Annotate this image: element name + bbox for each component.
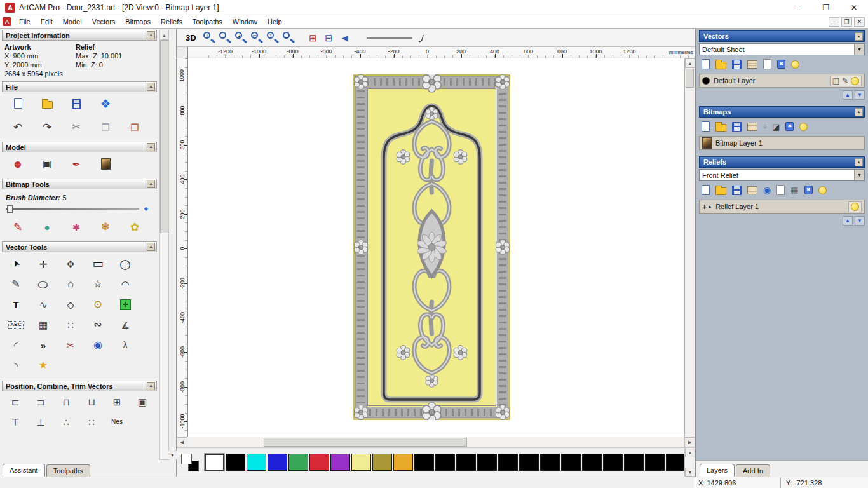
palette-swatch[interactable] [624,454,644,471]
merge-relief-layers-icon[interactable] [747,186,757,194]
scrollbar-thumb[interactable] [160,40,168,233]
palette-swatch[interactable] [205,454,224,471]
menu-item[interactable]: File [14,17,36,27]
palette-swatch[interactable] [268,454,287,471]
shaded-view-icon[interactable]: ▣ [36,156,58,172]
new-sheet-icon[interactable] [763,59,771,69]
palette-swatch[interactable] [288,454,308,471]
maximize-button[interactable]: ❐ [812,0,840,15]
align-left-icon[interactable]: ⊏ [4,395,26,409]
zoom-window-icon[interactable]: ▭ [250,31,264,45]
new-relief-icon[interactable] [776,185,785,195]
palette-swatch[interactable] [351,454,371,471]
collapse-button[interactable]: ▲ [147,243,155,251]
minimize-button[interactable]: — [784,0,812,15]
zoom-out-icon[interactable]: − [218,31,232,45]
vector-layer-row[interactable]: Default Layer ◫✎ [699,74,865,88]
grid-tool-icon[interactable]: ▦ [32,317,55,332]
paste-vectors-icon[interactable]: ✚ [114,297,137,312]
edit-layer-icon[interactable]: ✎ [842,77,848,85]
zoom-previous-icon[interactable]: ◂ [234,31,248,45]
scroll-up-button[interactable]: ▲ [160,31,168,40]
zoom-1to1-icon[interactable]: 1 [266,31,280,45]
collapse-button[interactable]: ▲ [855,158,863,166]
fg-bg-colour-chip[interactable] [180,453,200,472]
delete-bitmap-layer-icon[interactable]: ✖ [785,122,794,131]
transform-vectors-icon[interactable]: ✥ [59,256,82,271]
canvas-vertical-scrollbar[interactable]: ▲ ▼ [684,58,695,437]
tab-toolpaths[interactable]: Toolpaths [46,464,90,477]
greyscale-view-icon[interactable]: ☻ [7,156,29,172]
view-back-icon[interactable]: ◀ [338,31,352,45]
scrollbar-thumb[interactable] [264,438,467,447]
clear-bitmap-icon[interactable]: ▫ [763,122,766,131]
palette-swatch[interactable] [645,454,665,471]
layer-visibility-icon[interactable] [851,77,859,85]
expand-layer-icon[interactable]: ▸ [709,204,712,210]
scroll-right-button[interactable]: ▶ [684,437,695,447]
open-relief-layer-icon[interactable] [715,187,726,195]
scrollbar-thumb[interactable] [686,69,694,88]
paste-array-icon[interactable]: ⊤ [4,415,26,427]
nesting-icon[interactable]: Nes [106,415,128,427]
colour-palette-icon[interactable]: ❃ [95,219,116,235]
palette-swatch[interactable] [666,454,686,471]
create-polygon-icon[interactable]: ⌂ [59,276,82,292]
menu-item[interactable]: Window [227,17,262,27]
menu-item[interactable]: Edit [36,17,58,27]
foreground-colour-chip[interactable] [181,454,192,464]
move-layer-up-button[interactable]: ▲ [843,216,853,226]
palette-swatch[interactable] [603,454,623,471]
palette-swatch[interactable] [393,454,413,471]
previous-bitmap-layer-icon[interactable]: ⊞ [306,31,320,45]
export-model-icon[interactable]: ❖ [95,95,116,112]
merge-bitmap-layers-icon[interactable] [747,123,757,131]
create-ellipse-icon[interactable]: ◯ [32,276,55,292]
new-model-icon[interactable] [7,95,29,112]
array-copies-icon[interactable]: ∷ [81,415,102,427]
canvas-2d-view[interactable] [188,58,684,437]
menu-item[interactable]: Help [262,17,287,27]
create-star-icon[interactable]: ☆ [86,276,109,292]
save-bitmap-layer-icon[interactable] [732,122,742,132]
lock-layer-icon[interactable]: ◫ [832,77,839,85]
texture-image-icon[interactable] [95,156,116,172]
collapse-button[interactable]: ▲ [855,108,863,116]
delete-relief-layer-icon[interactable]: ✖ [804,186,813,194]
tab-layers[interactable]: Layers [700,464,735,477]
move-layer-up-button[interactable]: ▲ [843,90,853,100]
offset-vectors-icon[interactable]: ⊙ [86,297,109,312]
create-polyline-icon[interactable]: ✎ [4,276,27,292]
scroll-down-button[interactable]: ▼ [168,451,177,459]
extrude-vector-icon[interactable]: ◉ [86,337,109,353]
zoom-in-icon[interactable]: + [202,31,216,45]
toggle-all-bitmaps-icon[interactable] [799,123,808,131]
close-button[interactable]: ✕ [840,0,868,15]
slider-handle[interactable] [7,205,13,213]
collapse-button[interactable]: ▲ [147,382,155,390]
copy-icon[interactable]: ❐ [95,119,116,135]
paste-icon[interactable]: ❒ [124,119,146,135]
palette-swatch[interactable] [414,454,434,471]
palette-swatch[interactable] [456,454,476,471]
collapse-button[interactable]: ▲ [855,32,863,41]
trim-vectors-icon[interactable]: ✂ [59,337,82,353]
paste-rotated-icon[interactable]: ⊥ [30,415,51,427]
new-relief-layer-icon[interactable] [702,185,710,195]
next-bitmap-layer-icon[interactable]: ⊟ [322,31,336,45]
scroll-left-button[interactable]: ◀ [177,437,187,447]
layer-colour-swatch[interactable] [702,77,710,85]
join-vectors-icon[interactable]: » [32,337,55,353]
move-layer-down-button[interactable]: ▼ [855,90,865,100]
palette-swatch[interactable] [330,454,350,471]
center-in-page-icon[interactable]: ⊞ [106,395,128,409]
text-block-icon[interactable]: ABC [4,317,27,332]
spray-brush-icon[interactable]: ✱ [65,219,87,235]
create-arc-icon[interactable]: ◠ [114,276,137,292]
palette-swatch[interactable] [582,454,602,471]
create-circle-icon[interactable]: ◯ [114,256,137,271]
open-vector-layer-icon[interactable] [715,62,726,69]
chevron-down-icon[interactable]: ▼ [854,170,864,180]
redo-icon[interactable]: ↷ [36,119,58,135]
toggle-all-vectors-icon[interactable] [791,60,799,69]
